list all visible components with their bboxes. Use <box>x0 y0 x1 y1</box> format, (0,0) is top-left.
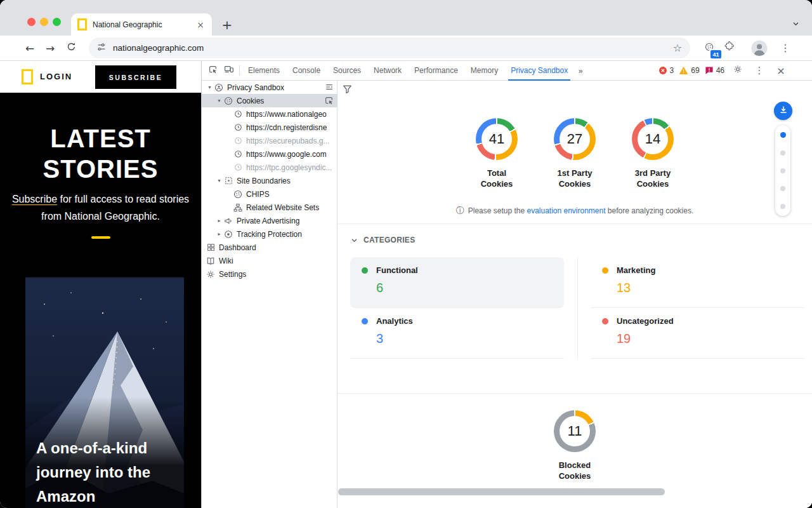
setup-info: ⓘ Please setup the evaluation environmen… <box>337 205 812 217</box>
tree-item-https-www-google-com[interactable]: https://www.google.com <box>202 147 337 161</box>
chevron-expanded-icon[interactable]: ▾ <box>215 98 223 104</box>
info-suffix: before analyzing cookies. <box>606 206 694 215</box>
tab-search-button[interactable] <box>787 16 804 32</box>
donut-3rd-party-cookies-value: 14 <box>645 131 660 147</box>
nav-dot-4[interactable] <box>780 204 785 209</box>
privacy-sandbox-content: 41Total Cookies271st Party Cookies143rd … <box>337 81 812 508</box>
nav-dot-0[interactable] <box>780 132 786 138</box>
login-link[interactable]: LOGIN <box>40 72 72 81</box>
device-toolbar-button[interactable] <box>221 61 237 80</box>
donut-blocked-cookies: 11Blocked Cookies <box>546 410 603 481</box>
tree-item-label: Related Website Sets <box>246 203 319 212</box>
tree-item-related-website-sets[interactable]: Related Website Sets <box>202 201 337 214</box>
horizontal-scrollbar[interactable] <box>338 488 665 495</box>
devtools-tab-privacy-sandbox[interactable]: Privacy Sandbox <box>504 61 574 80</box>
evaluation-environment-link[interactable]: evaluation environment <box>527 206 605 215</box>
tree-item-https-cdn-registerdisne[interactable]: https://cdn.registerdisne <box>202 121 337 134</box>
issues-count[interactable]: 46 <box>705 66 724 75</box>
warning-icon <box>679 66 688 75</box>
tree-item-https-securepubads-g[interactable]: https://securepubads.g... <box>202 134 337 147</box>
new-tab-button[interactable]: + <box>218 16 236 34</box>
devtools-tab-elements[interactable]: Elements <box>242 61 286 80</box>
download-button[interactable] <box>774 102 792 120</box>
inspect-icon[interactable] <box>324 96 334 105</box>
profile-avatar[interactable] <box>751 40 768 57</box>
natgeo-logo[interactable] <box>22 69 33 84</box>
nav-dot-3[interactable] <box>780 186 785 191</box>
category-count: 6 <box>376 281 553 295</box>
tree-item-dashboard[interactable]: Dashboard <box>202 241 337 254</box>
tree-item-tracking-protection[interactable]: ▸Tracking Protection <box>202 227 337 241</box>
tree-item-chips[interactable]: CHIPS <box>202 187 337 201</box>
categories-header[interactable]: CATEGORIES <box>351 236 415 244</box>
boundaries-icon <box>223 176 233 186</box>
chevron-expanded-icon[interactable]: ▾ <box>215 178 223 184</box>
devtools-body: ▾Privacy Sandbox▾Cookieshttps://www.nati… <box>202 81 812 508</box>
nav-dot-2[interactable] <box>780 168 785 173</box>
filter-button[interactable] <box>343 84 352 97</box>
category-card-functional[interactable]: Functional6 <box>350 257 564 308</box>
category-card-analytics[interactable]: Analytics3 <box>350 308 564 359</box>
devtools-tab-performance[interactable]: Performance <box>408 61 464 80</box>
tree-item-cookies[interactable]: ▾Cookies <box>202 94 337 107</box>
bookmark-star-icon[interactable]: ☆ <box>673 42 682 54</box>
chevron-collapsed-icon[interactable]: ▸ <box>215 231 223 237</box>
browser-window: National Geographic × + ← → nationalgeog… <box>0 0 812 508</box>
nav-dot-1[interactable] <box>780 150 785 156</box>
devtools-tab-network[interactable]: Network <box>367 61 408 80</box>
ads-icon <box>223 216 233 226</box>
devtools-tab-console[interactable]: Console <box>286 61 327 80</box>
devtools-menu-button[interactable]: ⋮ <box>751 65 768 76</box>
category-count: 19 <box>617 331 793 346</box>
tree-item-label: Site Boundaries <box>237 177 291 185</box>
category-dot <box>362 318 368 324</box>
headline-line1: LATEST <box>0 123 201 154</box>
more-tabs-button[interactable]: » <box>574 61 587 80</box>
info-icon: ⓘ <box>456 205 464 217</box>
reload-button[interactable] <box>62 36 80 60</box>
traffic-minimize-button[interactable] <box>40 18 48 26</box>
chevron-expanded-icon[interactable]: ▾ <box>206 84 214 90</box>
category-dot <box>362 267 368 274</box>
forward-button[interactable]: → <box>41 36 59 60</box>
extensions-puzzle-icon[interactable] <box>724 41 735 53</box>
devtools-toolbar-right: 3 69 46 ⋮ × <box>658 61 812 80</box>
gear-icon <box>206 269 216 279</box>
tree-item-https-www-nationalgeo[interactable]: https://www.nationalgeo <box>202 107 337 121</box>
promo-text: Subscribe for full access to read storie… <box>9 190 192 225</box>
tree-item-label: Dashboard <box>219 243 256 252</box>
chevron-collapsed-icon[interactable]: ▸ <box>215 218 223 224</box>
extension-cookie-icon[interactable]: 41 <box>700 39 719 58</box>
avatar-icon <box>751 40 768 57</box>
tree-item-https-tpc-googlesyndic[interactable]: https://tpc.googlesyndic... <box>202 161 337 174</box>
tree-item-label: Settings <box>219 270 246 279</box>
inspect-element-button[interactable] <box>204 61 221 80</box>
browser-menu-button[interactable]: ⋮ <box>778 40 793 57</box>
tab-close-icon[interactable]: × <box>195 20 206 30</box>
warning-count[interactable]: 69 <box>679 66 699 75</box>
sidebar-menu-icon[interactable] <box>325 83 334 91</box>
address-bar[interactable]: nationalgeographic.com ☆ <box>89 37 690 58</box>
tree-item-wiki[interactable]: Wiki <box>202 254 337 267</box>
site-info-icon[interactable] <box>97 43 106 54</box>
tree-item-label: https://securepubads.g... <box>246 137 329 145</box>
back-button[interactable]: ← <box>21 36 39 60</box>
tree-item-settings[interactable]: Settings <box>202 267 337 281</box>
devtools-tab-memory[interactable]: Memory <box>464 61 504 80</box>
tree-item-private-advertising[interactable]: ▸Private Advertising <box>202 214 337 227</box>
natgeo-favicon-icon <box>77 18 87 30</box>
devtools-tab-sources[interactable]: Sources <box>327 61 367 80</box>
tree-item-privacy-sandbox[interactable]: ▾Privacy Sandbox <box>202 81 337 94</box>
promo-rest: for full access to read stories from Nat… <box>41 194 189 222</box>
devtools-close-button[interactable]: × <box>773 65 789 77</box>
category-card-uncategorized[interactable]: Uncategorized19 <box>591 308 804 359</box>
error-count[interactable]: 3 <box>658 66 674 75</box>
traffic-zoom-button[interactable] <box>53 18 61 26</box>
tree-item-site-boundaries[interactable]: ▾Site Boundaries <box>202 174 337 187</box>
subscribe-text-link[interactable]: Subscribe <box>12 194 57 204</box>
category-card-marketing[interactable]: Marketing13 <box>591 257 804 308</box>
browser-tab[interactable]: National Geographic × <box>71 13 212 36</box>
traffic-close-button[interactable] <box>27 18 36 26</box>
devtools-settings-button[interactable] <box>730 65 746 76</box>
subscribe-button[interactable]: SUBSCRIBE <box>95 65 176 89</box>
